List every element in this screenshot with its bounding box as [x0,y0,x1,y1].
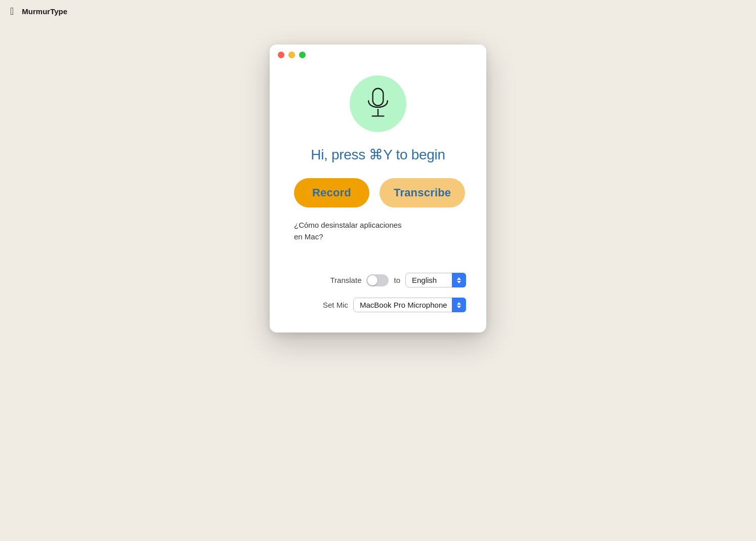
close-button[interactable] [278,52,284,58]
toggle-thumb [367,275,377,285]
translate-toggle[interactable] [366,274,389,286]
language-select-wrapper: English Spanish French German Japanese C… [405,273,466,287]
transcribed-text: ¿Cómo desinstalar aplicacionesen Mac? [294,220,402,242]
translate-row: Translate to English Spanish French Germ… [290,273,466,287]
svg-rect-0 [373,89,384,106]
record-button[interactable]: Record [294,178,369,207]
titlebar [270,45,486,65]
action-buttons: Record Transcribe [294,178,465,207]
mic-select-wrapper: MacBook Pro Microphone Built-in Micropho… [353,298,466,312]
translate-label: Translate [330,276,362,284]
minimize-button[interactable] [288,52,295,58]
maximize-button[interactable] [299,52,306,58]
window-content: Hi, press ⌘Y to begin Record Transcribe … [270,65,486,332]
app-window: Hi, press ⌘Y to begin Record Transcribe … [270,45,486,332]
apple-logo-icon:  [10,6,14,17]
bottom-controls: Translate to English Spanish French Germ… [290,273,466,312]
mic-select[interactable]: MacBook Pro Microphone Built-in Micropho… [353,298,466,312]
mic-icon-container [350,75,406,132]
language-select[interactable]: English Spanish French German Japanese C… [405,273,466,287]
transcribe-button[interactable]: Transcribe [380,178,465,207]
greeting-text: Hi, press ⌘Y to begin [311,146,445,163]
microphone-icon [364,87,392,121]
translate-to-label: to [394,276,400,284]
menubar:  MurmurType [0,0,756,22]
app-name: MurmurType [22,7,67,16]
mic-row: Set Mic MacBook Pro Microphone Built-in … [290,298,466,312]
set-mic-label: Set Mic [323,301,348,309]
